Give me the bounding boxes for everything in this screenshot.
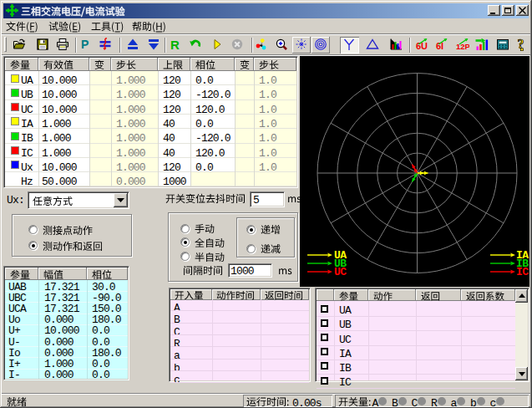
- svg-text:12P: 12P: [456, 42, 469, 51]
- svg-text:R: R: [170, 38, 180, 51]
- svg-text:6I: 6I: [436, 41, 443, 51]
- svg-text:P: P: [81, 38, 89, 51]
